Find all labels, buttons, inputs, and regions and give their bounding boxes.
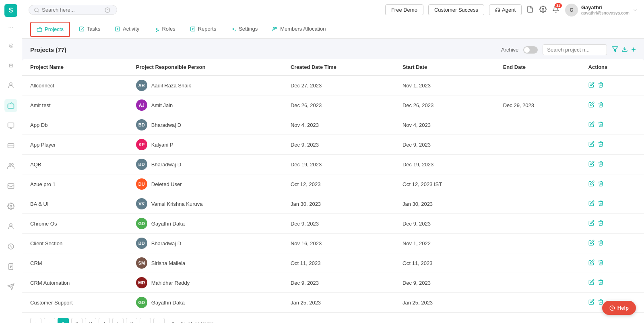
gear-icon[interactable] [539,6,547,14]
settings-nav-icon [231,26,236,32]
page-first[interactable]: « [30,318,41,323]
table-row: AQB BD Bharadwaj D Dec 19, 2023 Dec 19, … [22,155,644,174]
cell-start: Nov 1, 2022 [394,234,495,253]
help-button[interactable]: Help [602,301,636,315]
page-number-4[interactable]: 4 [99,318,110,323]
nav-reports-label: Reports [198,26,217,32]
edit-icon[interactable] [588,200,594,207]
filter-icon[interactable] [612,46,618,54]
user-profile[interactable]: G Gayathri gayathri@snovasys.com [565,4,638,17]
sidebar-icon-person[interactable] [4,79,17,92]
edit-icon[interactable] [588,101,594,109]
page-prev[interactable]: ‹ [44,318,55,323]
cell-actions [580,155,644,174]
cell-end [495,194,580,214]
edit-icon[interactable] [588,299,594,306]
projects-title: Projects (77) [30,46,66,53]
cell-created: Oct 12, 2023 [283,174,394,194]
delete-icon[interactable] [598,121,604,128]
cell-responsible: VK Vamsi Krishna Kuruva [128,194,283,214]
edit-icon[interactable] [588,82,594,89]
sidebar-icon-settings[interactable] [4,200,17,213]
cell-name: Chrome Os [22,214,128,234]
help-icon [609,305,615,311]
user-name: Gayathri [581,4,630,10]
cell-created: Dec 9, 2023 [283,273,394,293]
edit-icon[interactable] [588,180,594,188]
page-number-2[interactable]: 2 [71,318,83,323]
cell-start: Dec 9, 2023 [394,135,495,155]
page-last[interactable]: » [153,318,165,323]
sidebar-icon-clock[interactable] [4,240,17,253]
edit-icon[interactable] [588,240,594,247]
sidebar-icon-team[interactable] [4,159,17,172]
nav-item-tasks[interactable]: Tasks [72,20,107,39]
search-box[interactable] [29,5,117,15]
page-number-5[interactable]: 5 [112,318,124,323]
edit-icon[interactable] [588,259,594,267]
add-icon[interactable]: + [631,45,636,54]
cell-start: Jan 30, 2023 [394,194,495,214]
sidebar-icon-monitor[interactable] [4,119,17,132]
page-number-6[interactable]: 6 [126,318,137,323]
nav-item-settings[interactable]: Settings [223,20,265,39]
edit-icon[interactable] [588,161,594,168]
cell-actions [580,253,644,273]
sidebar-icon-card[interactable] [4,139,17,152]
search-input[interactable] [42,7,102,13]
delete-icon[interactable] [598,141,604,148]
app-logo[interactable]: S [4,4,17,17]
sidebar-icon-mail[interactable] [4,180,17,193]
free-demo-button[interactable]: Free Demo [385,4,423,15]
edit-icon[interactable] [588,279,594,286]
reports-nav-icon [190,26,196,32]
edit-icon[interactable] [588,220,594,227]
edit-icon[interactable] [588,141,594,148]
nav-item-roles[interactable]: Roles [147,20,182,39]
page-next[interactable]: › [140,318,151,323]
download-icon[interactable] [621,46,628,54]
delete-icon[interactable] [598,180,604,188]
cell-end [495,135,580,155]
sidebar-icon-circle[interactable]: ◎ [4,39,17,52]
document-icon[interactable] [526,6,534,14]
delete-icon[interactable] [598,101,604,109]
sidebar-icon-send[interactable] [4,280,17,293]
nav-item-reports[interactable]: Reports [183,20,224,39]
sidebar-icon-projects[interactable] [4,99,17,112]
cell-start: Dec 9, 2023 [394,273,495,293]
edit-icon[interactable] [588,121,594,128]
delete-icon[interactable] [598,259,604,267]
delete-icon[interactable] [598,240,604,247]
cell-actions [580,273,644,293]
nav-item-projects[interactable]: Projects [30,22,70,37]
cell-created: Oct 11, 2023 [283,253,394,273]
sort-arrow[interactable]: ↑ [66,65,68,70]
agent-button[interactable]: Agent [489,4,522,15]
delete-icon[interactable] [598,220,604,227]
table-row: Customer Support GD Gayathri Daka Jan 25… [22,293,644,313]
sidebar-icon-billing[interactable] [4,260,17,273]
page-number-3[interactable]: 3 [85,318,96,323]
cell-start: Nov 4, 2023 [394,115,495,135]
cell-actions [580,95,644,115]
delete-icon[interactable] [598,279,604,286]
delete-icon[interactable] [598,82,604,89]
delete-icon[interactable] [598,200,604,207]
sidebar-icon-dashboard[interactable]: ⊟ [4,59,17,72]
page-number-1[interactable]: 1 [58,318,69,323]
cell-created: Jan 30, 2023 [283,194,394,214]
nav-item-activity[interactable]: Activity [107,20,147,39]
svg-rect-1 [8,104,14,108]
sidebar-icon-user2[interactable] [4,220,17,233]
delete-icon[interactable] [598,161,604,168]
cell-name: Client Section [22,234,128,253]
search-project-input[interactable] [543,44,607,55]
nav-item-members[interactable]: Members Allocation [265,20,333,39]
archive-toggle[interactable] [523,46,538,54]
customer-success-button[interactable]: Customer Success [428,4,484,15]
cell-actions [580,194,644,214]
cell-name: Allconnect [22,75,128,95]
notification-icon[interactable]: 31 [552,6,559,14]
sidebar-expand[interactable]: ··· [8,24,13,31]
